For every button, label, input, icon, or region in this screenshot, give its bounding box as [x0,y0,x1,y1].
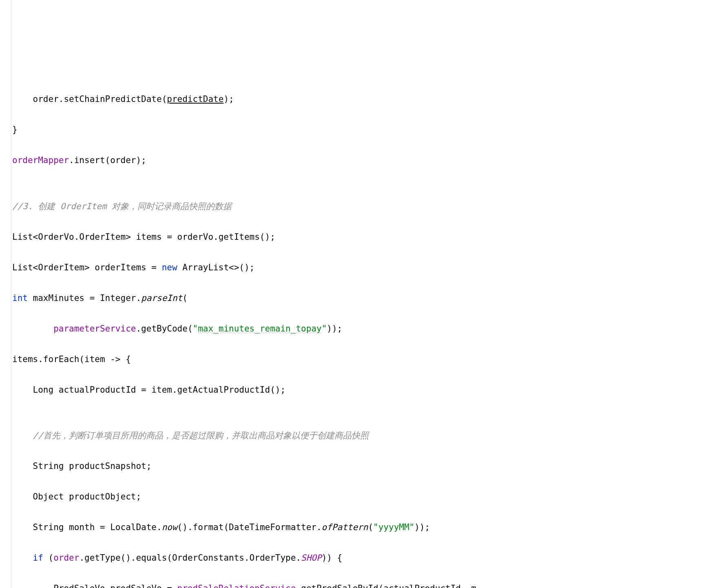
code-line[interactable]: orderMapper.insert(order); [12,153,708,168]
code-line[interactable]: List<OrderItem> orderItems = new ArrayLi… [12,260,708,276]
code-line[interactable]: ProdSaleVo prodSaleVo = prodSaleRelation… [12,581,708,588]
code-line[interactable]: Object productObject; [12,489,708,505]
code-line[interactable]: int maxMinutes = Integer.parseInt( [12,291,708,306]
code-line[interactable]: parameterService.getByCode("max_minutes_… [12,321,708,337]
code-line[interactable]: Long actualProductId = item.getActualPro… [12,382,708,398]
code-editor[interactable]: order.setChainPredictDate(predictDate); … [0,77,708,588]
code-line[interactable]: //首先，判断订单项目所用的商品，是否超过限购，并取出商品对象以便于创建商品快照 [12,428,708,444]
code-line[interactable]: List<OrderVo.OrderItem> items = orderVo.… [12,230,708,245]
code-line[interactable]: String month = LocalDate.now().format(Da… [12,520,708,535]
code-line[interactable]: items.forEach(item -> { [12,352,708,367]
code-line[interactable]: String productSnapshot; [12,459,708,474]
editor-gutter [0,0,11,588]
code-line[interactable]: } [12,122,708,138]
code-line[interactable]: if (order.getType().equals(OrderConstant… [12,550,708,566]
code-line[interactable]: //3. 创建 OrderItem 对象，同时记录商品快照的数据 [12,199,708,214]
code-line[interactable]: order.setChainPredictDate(predictDate); [12,92,708,107]
